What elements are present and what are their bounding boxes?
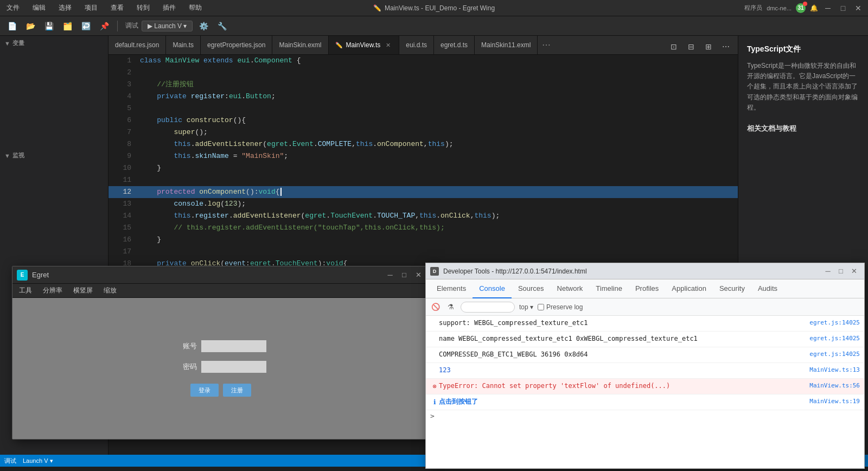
- login-button[interactable]: 登录: [190, 384, 219, 397]
- status-launch[interactable]: Launch V ▾: [23, 457, 53, 464]
- debug-config-button[interactable]: 🔧: [214, 18, 229, 34]
- egret-menu-tools[interactable]: 工具: [17, 285, 34, 296]
- console-icon-3: [430, 349, 439, 361]
- preserve-log-checkbox[interactable]: [538, 304, 544, 310]
- tab-default-res[interactable]: default.res.json: [108, 36, 166, 54]
- egret-minimize-button[interactable]: ─: [384, 269, 397, 282]
- close-button[interactable]: ✕: [853, 3, 864, 14]
- register-button[interactable]: 注册: [223, 384, 251, 397]
- console-icon-4: [430, 365, 439, 377]
- tab-label: MainSkin.exml: [279, 41, 321, 49]
- devtools-tab-console[interactable]: Console: [473, 279, 512, 298]
- menu-edit[interactable]: 编辑: [30, 2, 48, 14]
- password-row: 密码: [175, 361, 266, 373]
- top-dropdown[interactable]: top ▾: [519, 303, 533, 311]
- menu-bar-left: 文件 编辑 选择 项目 查看 转到 插件 帮助: [4, 2, 204, 14]
- panel-subtitle: 相关文档与教程: [747, 124, 859, 133]
- egret-menu-zoom[interactable]: 缩放: [101, 285, 119, 296]
- devtools-tab-elements[interactable]: Elements: [430, 279, 473, 298]
- more-actions-button[interactable]: ⋯: [718, 39, 733, 54]
- fullscreen-button[interactable]: ⊞: [701, 39, 716, 54]
- tab-main-skin[interactable]: MainSkin.exml: [272, 36, 328, 54]
- tab-egret-props[interactable]: egretProperties.json: [201, 36, 272, 54]
- devtools-tab-sources[interactable]: Sources: [512, 279, 551, 298]
- tab-label: Main.ts: [173, 41, 194, 49]
- minimize-button[interactable]: ─: [822, 3, 833, 14]
- new-file-button[interactable]: 📄: [4, 18, 20, 34]
- tab-mainskin11[interactable]: MainSkin11.exml: [475, 36, 538, 54]
- preserve-log-label[interactable]: Preserve log: [538, 303, 583, 311]
- devtools-console: support: WEBGL_compressed_texture_etc1 e…: [426, 316, 864, 468]
- egret-maximize-button[interactable]: □: [398, 269, 411, 282]
- devtools-minimize-button[interactable]: ─: [822, 265, 834, 277]
- devtools-tab-application[interactable]: Application: [665, 279, 713, 298]
- sidebar-section-variables[interactable]: ▼ 变量: [0, 36, 108, 50]
- menu-bar-right: 程序员 dmc-ne... 31 🔔 ─ □ ✕: [744, 3, 864, 14]
- console-source-4[interactable]: MainView.ts:13: [809, 365, 860, 375]
- devtools-close-button[interactable]: ✕: [848, 265, 860, 277]
- console-icon-1: [430, 317, 439, 329]
- egret-menu-orientation[interactable]: 横竖屏: [71, 285, 95, 296]
- menu-help[interactable]: 帮助: [187, 2, 204, 14]
- egret-close-button[interactable]: ✕: [412, 269, 425, 282]
- console-msg-6: 点击到按钮了: [439, 396, 805, 407]
- devtools-tab-network[interactable]: Network: [551, 279, 590, 298]
- menu-plugin[interactable]: 插件: [161, 2, 178, 14]
- notification-dot: [803, 2, 807, 6]
- bell-icon[interactable]: 🔔: [810, 4, 818, 12]
- console-source-5[interactable]: MainView.ts:56: [809, 380, 860, 391]
- console-info-icon: ℹ: [430, 396, 439, 408]
- tab-label: eui.d.ts: [406, 41, 427, 49]
- tab-main-ts[interactable]: Main.ts: [166, 36, 201, 54]
- login-buttons: 登录 注册: [190, 384, 251, 397]
- save-all-button[interactable]: 🗂️: [60, 18, 75, 34]
- filter-toggle-button[interactable]: ⚗: [445, 302, 456, 313]
- clear-console-button[interactable]: 🚫: [430, 302, 441, 313]
- egret-menu-resolution[interactable]: 分辨率: [41, 285, 65, 296]
- menu-file[interactable]: 文件: [4, 2, 22, 14]
- redo-button[interactable]: 📌: [97, 18, 112, 34]
- open-button[interactable]: 📂: [23, 18, 38, 34]
- tab-eui-dts[interactable]: eui.d.ts: [399, 36, 434, 54]
- tab-more-button[interactable]: ⋯: [538, 36, 555, 54]
- panel-description: TypeScript是一种由微软开发的自由和开源的编程语言。它是JavaScri…: [747, 61, 859, 113]
- account-input[interactable]: [201, 340, 266, 352]
- devtools-tab-audits[interactable]: Audits: [751, 279, 784, 298]
- launch-button[interactable]: ▶ Launch V ▾: [142, 21, 193, 31]
- password-label: 密码: [175, 362, 197, 372]
- console-msg-2: name WEBGL_compressed_texture_etc1 0xWEB…: [439, 333, 805, 344]
- menu-goto[interactable]: 转到: [135, 2, 152, 14]
- console-source-6[interactable]: MainView.ts:19: [809, 396, 860, 407]
- save-button[interactable]: 💾: [41, 18, 56, 34]
- tab-bar: default.res.json Main.ts egretProperties…: [108, 36, 738, 55]
- toggle-panel-button[interactable]: ⊟: [684, 39, 699, 54]
- undo-button[interactable]: ↩️: [78, 18, 93, 34]
- devtools-tab-timeline[interactable]: Timeline: [589, 279, 629, 298]
- filter-input[interactable]: [461, 302, 515, 313]
- menu-view[interactable]: 查看: [108, 2, 126, 14]
- devtools-logo: D: [430, 267, 439, 276]
- tab-mainview-ts[interactable]: ✏️ MainView.ts ✕: [329, 36, 400, 54]
- devtools-maximize-button[interactable]: □: [835, 265, 847, 277]
- sidebar-section-watch[interactable]: ▼ 监视: [0, 148, 108, 163]
- split-editor-button[interactable]: ⊡: [666, 39, 681, 54]
- maximize-button[interactable]: □: [838, 3, 848, 14]
- menu-select[interactable]: 选择: [56, 2, 74, 14]
- console-source-1[interactable]: egret.js:14025: [809, 317, 860, 328]
- notification-badge[interactable]: 31: [796, 3, 806, 13]
- console-source-2[interactable]: egret.js:14025: [809, 333, 860, 344]
- console-source-3[interactable]: egret.js:14025: [809, 349, 860, 360]
- debug-label: 调试: [125, 21, 138, 30]
- devtools-tab-security[interactable]: Security: [713, 279, 751, 298]
- chevron-icon-2: ▼: [4, 152, 10, 159]
- menu-project[interactable]: 项目: [82, 2, 100, 14]
- password-input[interactable]: [201, 361, 266, 373]
- devtools-win-controls: ─ □ ✕: [822, 265, 860, 277]
- console-msg-4: 123: [439, 365, 805, 375]
- devtools-tab-profiles[interactable]: Profiles: [629, 279, 665, 298]
- tab-close-button[interactable]: ✕: [384, 41, 392, 49]
- settings-button[interactable]: ⚙️: [196, 18, 211, 34]
- tab-egret-dts[interactable]: egret.d.ts: [434, 36, 475, 54]
- window-title: ✏️ MainView.ts - EUI_Demo - Egret Wing: [373, 4, 495, 12]
- console-prompt-input[interactable]: [439, 412, 860, 420]
